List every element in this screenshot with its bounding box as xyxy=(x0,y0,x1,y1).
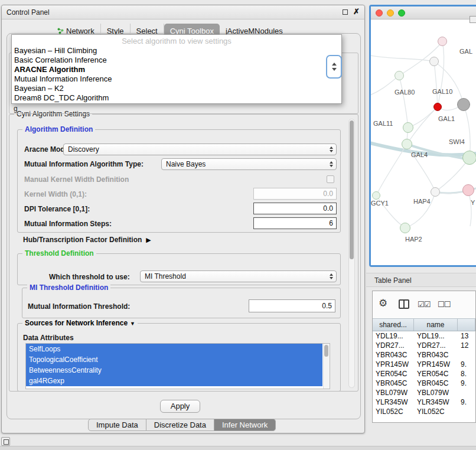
table-row[interactable]: YPR145WYPR145W9. xyxy=(373,360,475,370)
mi-type-combo[interactable]: Naive Bayes xyxy=(161,158,337,170)
table-window: ⚙ ☑☑ ☐☐ shared...name YDL19...YDL19...13… xyxy=(372,291,476,423)
attribute-item-betweennesscentrality[interactable]: BetweennessCentrality xyxy=(26,365,322,376)
sources-group-title[interactable]: Sources for Network Inference▼ xyxy=(22,319,138,327)
data-attributes-label: Data Attributes xyxy=(23,334,74,342)
bottom-tab-impute-data[interactable]: Impute Data xyxy=(88,419,146,431)
network-node[interactable] xyxy=(431,187,440,197)
network-node[interactable] xyxy=(372,191,380,200)
unchecked-boxes-icon[interactable]: ☐☐ xyxy=(438,300,450,309)
network-node[interactable] xyxy=(429,57,439,66)
control-panel-window: Control Panel ✗ NetworkStyleSelectCyni T… xyxy=(1,5,365,433)
attributes-scrollbar-thumb[interactable] xyxy=(324,345,328,357)
table-cell: 9. xyxy=(458,398,475,407)
table-row[interactable]: YDL19...YDL19...13 xyxy=(373,332,475,341)
manual-kernel-checkbox[interactable] xyxy=(327,175,334,183)
collapsed-window-fragment[interactable] xyxy=(1,437,10,446)
network-node[interactable] xyxy=(462,151,476,165)
network-node[interactable] xyxy=(462,184,474,196)
table-header-row: shared...name xyxy=(373,318,475,331)
table-cell: YBR045C xyxy=(414,379,458,389)
table-cell xyxy=(458,389,475,398)
algorithm-option-bayesian-k2[interactable]: Bayesian – K2 xyxy=(12,84,341,93)
bottom-strip xyxy=(0,446,476,450)
network-node-label-gal80: GAL80 xyxy=(395,89,415,96)
checked-boxes-icon[interactable]: ☑☑ xyxy=(418,300,430,309)
combo-arrows-icon xyxy=(330,271,333,282)
table-row[interactable]: YLR345WYLR345W9. xyxy=(373,398,475,407)
settings-scrollbar-thumb[interactable] xyxy=(350,120,354,259)
table-column-header-name[interactable]: name xyxy=(414,319,458,331)
table-cell: YER054C xyxy=(373,370,414,379)
table-cell: YPR145W xyxy=(414,360,458,370)
network-node-label-y: Y xyxy=(471,199,475,206)
table-toolbar: ⚙ ☑☑ ☐☐ xyxy=(373,291,475,318)
settings-scrollbar[interactable] xyxy=(348,119,355,388)
network-node-label-gal: GAL xyxy=(459,48,472,55)
aracne-mode-combo[interactable]: Discovery xyxy=(63,144,337,155)
network-node[interactable] xyxy=(402,139,412,149)
attribute-item-selfloops[interactable]: SelfLoops xyxy=(26,344,322,354)
network-node[interactable] xyxy=(433,103,442,111)
kernel-width-label: Kernel Width (0,1): xyxy=(24,190,87,198)
algorithm-option-mutual-information-inference[interactable]: Mutual Information Inference xyxy=(12,74,341,84)
bottom-tab-discretize-data[interactable]: Discretize Data xyxy=(146,419,214,431)
data-attributes-list[interactable]: SelfLoopsTopologicalCoefficientBetweenne… xyxy=(25,343,330,389)
hub-definition-expander[interactable]: Hub/Transcription Factor Definition ▶ xyxy=(23,236,151,244)
algorithm-option-list: Bayesian – Hill ClimbingBasic Correlatio… xyxy=(12,46,341,103)
collapse-arrow-icon[interactable]: ▼ xyxy=(130,321,135,327)
control-panel-titlebar[interactable]: Control Panel ✗ xyxy=(2,5,364,19)
hub-definition-label: Hub/Transcription Factor Definition xyxy=(23,236,142,244)
network-toolbar-fragment[interactable] xyxy=(470,16,476,23)
window-controls: ✗ xyxy=(343,8,360,16)
focused-spinner-fragment[interactable] xyxy=(326,55,342,79)
table-row[interactable]: YBR045CYBR045C9. xyxy=(373,379,475,389)
bottom-tab-infer-network[interactable]: Infer Network xyxy=(214,419,276,431)
attribute-item-gal4rgexp[interactable]: gal4RGexp xyxy=(26,376,322,386)
spinner-down-icon[interactable] xyxy=(332,68,337,71)
table-column-header-shared[interactable]: shared... xyxy=(373,319,414,331)
minimize-traffic-light[interactable] xyxy=(387,9,394,17)
network-node[interactable] xyxy=(400,223,410,233)
float-window-icon[interactable] xyxy=(343,9,348,15)
table-cell: 8. xyxy=(458,370,475,379)
close-traffic-light[interactable] xyxy=(376,9,383,17)
network-node[interactable] xyxy=(438,37,447,46)
network-node[interactable] xyxy=(395,71,404,80)
network-window-titlebar[interactable] xyxy=(371,6,476,19)
columns-icon[interactable] xyxy=(399,299,409,309)
table-row[interactable]: YIL052CYIL052C xyxy=(373,407,475,417)
attribute-item-topologicalcoefficient[interactable]: TopologicalCoefficient xyxy=(26,354,322,365)
table-cell: 9. xyxy=(458,379,475,389)
algorithm-option-aracne-algorithm[interactable]: ARACNE Algorithm xyxy=(12,65,341,74)
algorithm-option-basic-correlation-inference[interactable]: Basic Correlation Inference xyxy=(12,56,341,65)
table-row[interactable]: YBR043CYBR043C xyxy=(373,351,475,360)
mi-threshold-field[interactable]: 0.5 xyxy=(249,299,335,312)
window-title: Control Panel xyxy=(6,8,50,17)
algorithm-option-bayesian-hill-climbing[interactable]: Bayesian – Hill Climbing xyxy=(12,46,341,56)
dpi-tolerance-label: DPI Tolerance [0,1]: xyxy=(24,205,90,213)
spinner-up-icon[interactable] xyxy=(332,63,337,66)
network-canvas[interactable]: GALGAL80GAL10GAL11GAL1SWI4GAL4GCY1HAP4HA… xyxy=(371,19,476,265)
mi-steps-field[interactable]: 6 xyxy=(253,217,337,229)
table-row[interactable]: YER054CYER054C8. xyxy=(373,370,475,379)
dpi-tolerance-field[interactable]: 0.0 xyxy=(253,203,337,214)
network-view-window[interactable]: GALGAL80GAL10GAL11GAL1SWI4GAL4GCY1HAP4HA… xyxy=(369,5,476,267)
kernel-width-field[interactable]: 0.0 xyxy=(253,188,337,200)
algorithm-option-dream8-dc-tdc-algorithm[interactable]: Dream8 DC_TDC Algorithm xyxy=(12,93,341,103)
network-node[interactable] xyxy=(457,98,470,111)
gear-icon[interactable]: ⚙ xyxy=(379,297,387,309)
table-row[interactable]: YBL079WYBL079W xyxy=(373,389,475,398)
which-threshold-combo[interactable]: MI Threshold xyxy=(140,270,337,282)
table-row[interactable]: YDR27...YDR27...12 xyxy=(373,341,475,351)
apply-button[interactable]: Apply xyxy=(160,400,200,413)
close-window-icon[interactable]: ✗ xyxy=(353,8,360,16)
mi-threshold-label: Mutual Information Threshold: xyxy=(28,302,130,311)
network-icon xyxy=(57,28,64,34)
table-column-header-extra[interactable] xyxy=(458,319,475,331)
zoom-traffic-light[interactable] xyxy=(398,9,405,17)
table-cell: YDR27... xyxy=(414,341,458,351)
network-node[interactable] xyxy=(403,122,413,133)
attributes-scrollbar[interactable] xyxy=(323,344,330,389)
expander-arrow-icon[interactable]: ▶ xyxy=(146,236,151,244)
table-cell xyxy=(458,407,475,417)
